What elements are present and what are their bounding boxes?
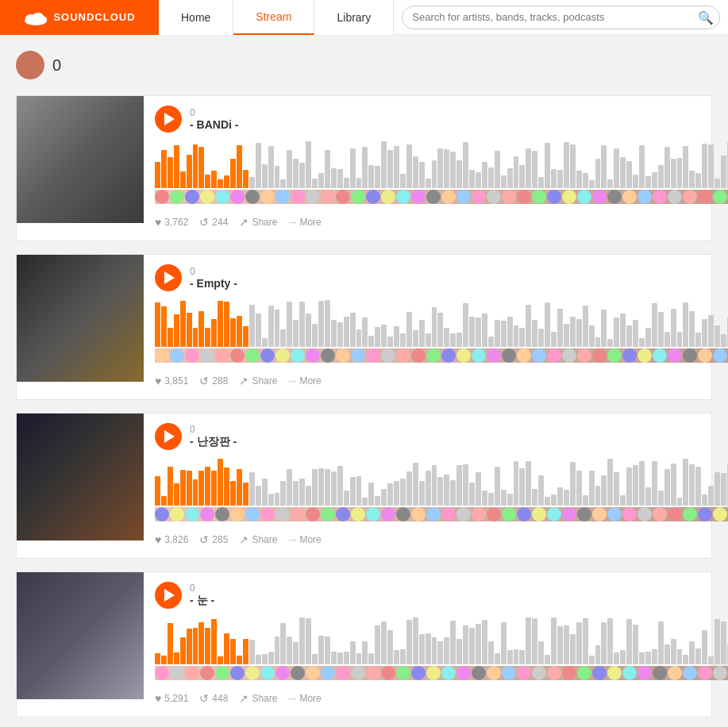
listener-avatar xyxy=(200,190,214,204)
ellipsis-icon: ··· xyxy=(288,693,296,704)
like-button[interactable]: ♥3,826 xyxy=(155,533,188,546)
waveform-bar xyxy=(400,333,406,347)
waveform-bar xyxy=(721,621,726,664)
more-button[interactable]: ···More xyxy=(288,534,321,545)
nav-tab-stream[interactable]: Stream xyxy=(233,0,314,35)
waveform-bar xyxy=(387,483,393,506)
track-actions: ♥3,762↺244↗Share···More▶112K💬641 xyxy=(155,213,728,231)
waveform-bar xyxy=(356,329,362,347)
waveform-bar xyxy=(362,147,368,188)
waveform-bar xyxy=(432,307,437,347)
waveform-bar xyxy=(645,652,651,664)
play-button[interactable] xyxy=(155,106,182,133)
waveform[interactable] xyxy=(155,617,728,664)
share-button[interactable]: ↗Share xyxy=(239,533,277,546)
waveform-bar xyxy=(545,143,550,188)
repost-button[interactable]: ↺244 xyxy=(199,216,228,229)
waveform-bar xyxy=(689,171,695,188)
share-button[interactable]: ↗Share xyxy=(239,692,277,705)
nav-tab-home[interactable]: Home xyxy=(159,0,233,35)
waveform-bar xyxy=(155,302,160,347)
waveform-bar xyxy=(677,649,683,664)
waveform-bar xyxy=(626,161,632,188)
waveform-wrap[interactable]: 2:29 xyxy=(155,299,728,363)
waveform[interactable] xyxy=(155,140,728,188)
waveform-bar xyxy=(633,625,638,664)
listener-avatars-strip xyxy=(155,507,728,521)
waveform-bar xyxy=(249,640,255,664)
search-button[interactable]: 🔍 xyxy=(698,10,714,25)
waveform-bar xyxy=(400,174,406,188)
waveform-bar xyxy=(639,461,645,506)
waveform-wrap[interactable]: 2:55 xyxy=(155,617,728,680)
listener-avatar xyxy=(185,190,199,204)
listener-avatar xyxy=(381,190,395,204)
listener-avatar xyxy=(698,507,712,521)
waveform-bar xyxy=(168,467,173,506)
play-button[interactable] xyxy=(155,423,182,450)
waveform-bar xyxy=(551,332,557,347)
track-info: 0- Empty -4 months ago#Hip-hop & Rap2:29… xyxy=(144,255,728,399)
waveform-bar xyxy=(362,498,368,506)
track-top-row: 0- Empty -4 months ago#Hip-hop & Rap xyxy=(155,264,728,291)
waveform-bar xyxy=(262,164,268,188)
waveform-bar xyxy=(161,496,167,506)
play-button[interactable] xyxy=(155,582,182,609)
waveform[interactable] xyxy=(155,299,728,347)
waveform-bar xyxy=(356,178,362,188)
waveform-bar xyxy=(187,313,192,347)
waveform[interactable] xyxy=(155,458,728,506)
like-button[interactable]: ♥5,291 xyxy=(155,692,188,705)
more-button[interactable]: ···More xyxy=(288,375,321,387)
waveform-bar xyxy=(545,655,550,664)
listener-avatar xyxy=(426,507,441,521)
waveform-bar xyxy=(293,642,299,664)
waveform-bar xyxy=(708,315,714,347)
repost-button[interactable]: ↺285 xyxy=(199,533,228,546)
listener-avatar xyxy=(456,666,471,680)
listener-avatar xyxy=(472,348,486,363)
more-button[interactable]: ···More xyxy=(288,693,321,704)
waveform-bar xyxy=(583,306,588,347)
listener-avatar xyxy=(170,190,184,204)
waveform-bar xyxy=(180,301,186,347)
waveform-bar xyxy=(557,626,563,664)
nav-tab-library[interactable]: Library xyxy=(314,0,394,35)
waveform-bar xyxy=(683,459,688,506)
listener-avatar xyxy=(291,666,305,680)
share-button[interactable]: ↗Share xyxy=(239,375,277,387)
waveform-bar xyxy=(456,465,462,506)
user-count: 0 xyxy=(52,56,61,75)
waveform-bar xyxy=(721,156,726,188)
listener-avatar xyxy=(306,666,320,680)
repost-button[interactable]: ↺288 xyxy=(199,375,228,387)
waveform-bar xyxy=(689,641,695,664)
listener-avatar xyxy=(713,190,727,204)
share-button[interactable]: ↗Share xyxy=(239,216,277,229)
search-input[interactable] xyxy=(402,6,720,29)
waveform-bar xyxy=(280,179,286,188)
listener-avatar xyxy=(607,190,622,204)
logo[interactable]: SOUNDCLOUD xyxy=(0,0,159,35)
waveform-bar xyxy=(230,481,236,506)
waveform-bar xyxy=(721,334,726,347)
listener-avatar xyxy=(170,348,184,363)
repost-button[interactable]: ↺448 xyxy=(199,692,228,705)
waveform-bar xyxy=(689,311,695,347)
waveform-bar xyxy=(331,168,337,188)
like-button[interactable]: ♥3,762 xyxy=(155,216,188,229)
track-title: - Empty - xyxy=(190,277,237,290)
waveform-bar xyxy=(488,167,494,188)
listener-avatar xyxy=(275,190,290,204)
waveform-bar xyxy=(501,622,507,664)
listener-avatar xyxy=(396,190,410,204)
like-button[interactable]: ♥3,851 xyxy=(155,375,188,387)
play-button[interactable] xyxy=(155,264,182,291)
waveform-bar xyxy=(174,145,179,188)
waveform-bar xyxy=(426,633,431,664)
track-thumbnail xyxy=(17,255,144,382)
waveform-bar xyxy=(702,144,707,188)
more-button[interactable]: ···More xyxy=(288,217,321,228)
waveform-wrap[interactable]: 2:33 xyxy=(155,458,728,521)
waveform-wrap[interactable]: 3:05 xyxy=(155,140,728,204)
